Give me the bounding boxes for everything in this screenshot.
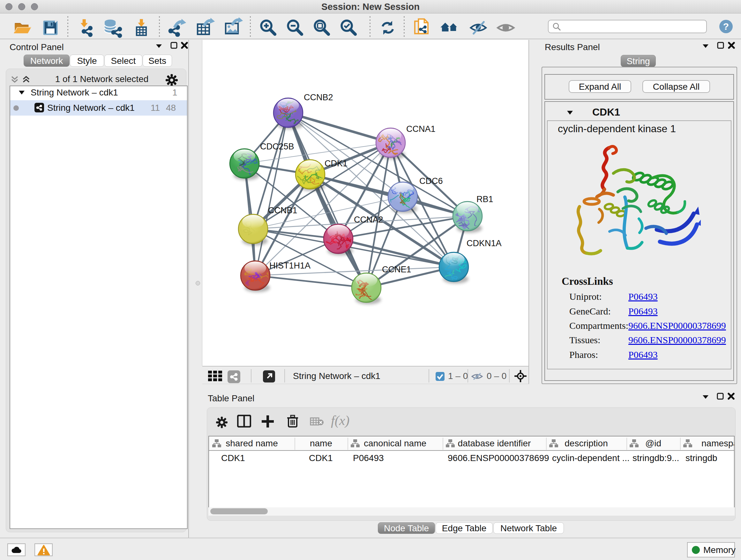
svg-text:CCNB1: CCNB1 — [268, 206, 297, 215]
svg-text:CCNB2: CCNB2 — [304, 92, 333, 102]
svg-text:CDK1: CDK1 — [325, 159, 347, 168]
svg-text:CDC6: CDC6 — [419, 176, 443, 186]
svg-text:CCNA2: CCNA2 — [354, 215, 383, 225]
svg-text:RB1: RB1 — [476, 194, 493, 204]
svg-text:CDC25B: CDC25B — [260, 142, 294, 151]
svg-text:CCNE1: CCNE1 — [382, 265, 411, 274]
svg-text:CDKN1A: CDKN1A — [467, 239, 502, 248]
svg-text:CCNA1: CCNA1 — [406, 124, 435, 134]
svg-text:HIST1H1A: HIST1H1A — [269, 261, 311, 270]
svg-text:?: ? — [723, 21, 729, 32]
